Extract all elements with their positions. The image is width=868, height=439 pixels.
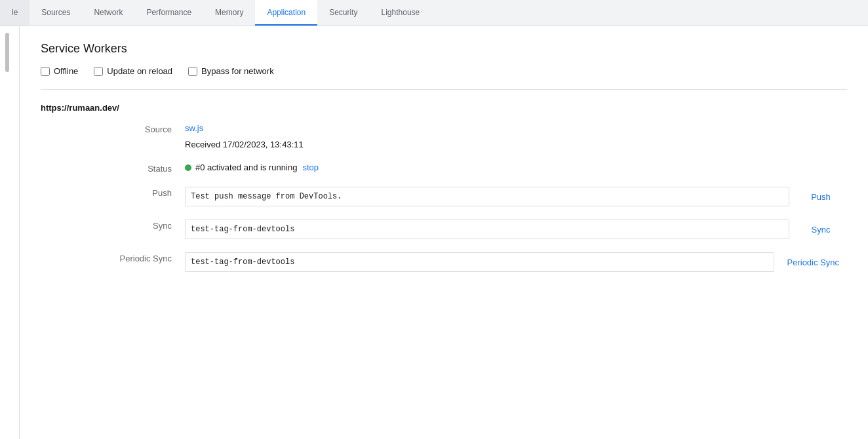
offline-checkbox[interactable] [41,67,50,76]
sync-input-row: Sync [185,220,847,239]
section-title: Service Workers [41,42,847,56]
periodic-sync-input-row: Periodic Sync [185,252,847,272]
tab-application[interactable]: Application [255,0,317,26]
tab-sources[interactable]: Sources [30,0,82,26]
push-input-row: Push [185,187,847,206]
status-text: #0 activated and is running [195,162,297,172]
tab-lighthouse[interactable]: Lighthouse [370,0,432,26]
update-on-reload-checkbox[interactable] [94,67,103,76]
sidebar-scrollbar[interactable] [5,33,9,72]
push-row: Push Push [41,187,847,206]
worker-url: https://rumaan.dev/ [41,103,847,113]
status-row: Status #0 activated and is running stop [41,162,847,174]
push-button[interactable]: Push [795,187,847,206]
sync-row: Sync Sync [41,220,847,239]
offline-checkbox-label[interactable]: Offline [41,66,78,76]
stop-link[interactable]: stop [302,162,319,172]
source-row: Source sw.js Received 17/02/2023, 13:43:… [41,123,847,149]
tab-partial[interactable]: le [0,0,30,26]
push-label: Push [41,187,185,198]
sync-button[interactable]: Sync [795,220,847,239]
status-value: #0 activated and is running stop [185,162,847,172]
status-indicator-row: #0 activated and is running stop [185,162,847,172]
tab-performance[interactable]: Performance [134,0,203,26]
bypass-for-network-checkbox-label[interactable]: Bypass for network [188,66,274,76]
tab-memory[interactable]: Memory [203,0,255,26]
tab-network[interactable]: Network [82,0,134,26]
status-label: Status [41,162,185,174]
sync-label: Sync [41,220,185,231]
checkboxes-row: Offline Update on reload Bypass for netw… [41,66,847,76]
source-link[interactable]: sw.js [185,123,847,133]
received-text: Received 17/02/2023, 13:43:11 [185,140,847,149]
sync-input[interactable] [185,220,789,239]
content-area: Service Workers Offline Update on reload… [20,26,868,439]
push-value: Push [185,187,847,206]
periodic-sync-value: Periodic Sync [185,252,847,272]
main-layout: Service Workers Offline Update on reload… [0,26,868,439]
periodic-sync-input[interactable] [185,252,774,272]
periodic-sync-button[interactable]: Periodic Sync [779,252,847,272]
bypass-for-network-checkbox[interactable] [188,67,197,76]
source-value: sw.js Received 17/02/2023, 13:43:11 [185,123,847,149]
sidebar [0,26,20,439]
periodic-sync-row: Periodic Sync Periodic Sync [41,252,847,272]
section-divider [41,89,847,90]
status-dot [185,164,191,171]
update-on-reload-checkbox-label[interactable]: Update on reload [94,66,172,76]
tab-security[interactable]: Security [317,0,369,26]
sync-value: Sync [185,220,847,239]
tab-bar: le Sources Network Performance Memory Ap… [0,0,868,26]
source-label: Source [41,123,185,134]
push-input[interactable] [185,187,789,206]
periodic-sync-label: Periodic Sync [41,252,185,263]
